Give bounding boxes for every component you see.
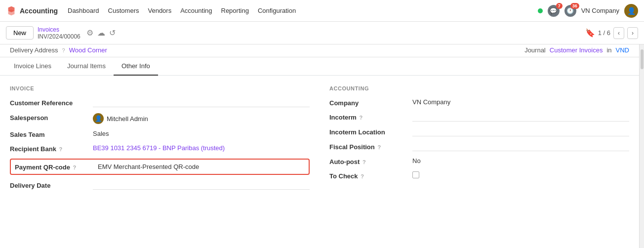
nav-configuration[interactable]: Configuration — [258, 7, 296, 14]
form-tabs: Invoice Lines Journal Items Other Info — [0, 57, 639, 76]
scrollbar-track — [639, 44, 644, 248]
journal-currency[interactable]: VND — [616, 46, 629, 54]
odoo-logo-icon — [6, 5, 17, 16]
tab-journal-items[interactable]: Journal Items — [59, 57, 114, 76]
delivery-address-value[interactable]: Wood Corner — [69, 46, 107, 54]
recipient-bank-value[interactable]: BE39 1031 2345 6719 - BNP Paribas (trust… — [93, 144, 310, 152]
delivery-date-field: Delivery Date — [10, 181, 310, 190]
recipient-bank-help-icon: ? — [59, 146, 63, 152]
main-container: Delivery Address ? Wood Corner Journal C… — [0, 44, 644, 248]
breadcrumb-parent[interactable]: Invoices — [38, 26, 80, 33]
company-label: Company — [329, 98, 408, 107]
settings-icon[interactable]: ⚙ — [86, 28, 93, 38]
bookmark-icon[interactable]: 🔖 — [585, 28, 595, 38]
toolbar-right: 🔖 1 / 6 ‹ › — [585, 27, 638, 39]
form-partial-header: Delivery Address ? Wood Corner Journal C… — [0, 44, 639, 57]
toolbar: New Invoices INV/2024/00006 ⚙ ☁ ↺ 🔖 1 / … — [0, 22, 644, 44]
company-value: VN Company — [412, 98, 629, 106]
tab-other-info[interactable]: Other Info — [114, 57, 158, 76]
app-name: Accounting — [20, 7, 58, 15]
top-navigation: Accounting Dashboard Customers Vendors A… — [0, 0, 644, 22]
activity-count: 36 — [570, 3, 579, 9]
salesperson-field: Salesperson 👤 Mitchell Admin — [10, 113, 310, 124]
nav-vendors[interactable]: Vendors — [148, 7, 171, 14]
form-body: INVOICE Customer Reference Salesperson 👤 — [0, 76, 639, 206]
invoice-section-title: INVOICE — [10, 85, 310, 91]
refresh-icon[interactable]: ↺ — [109, 28, 116, 38]
accounting-section: ACCOUNTING Company VN Company Incoterm ? — [329, 85, 629, 196]
fiscal-position-field: Fiscal Position ? — [329, 142, 629, 151]
pagination-label: 1 / 6 — [598, 29, 610, 37]
customer-reference-label: Customer Reference — [10, 98, 89, 107]
delivery-help-icon: ? — [62, 47, 65, 53]
company-field: Company VN Company — [329, 98, 629, 107]
fiscal-position-help-icon: ? — [377, 144, 381, 150]
incoterm-value[interactable] — [412, 113, 629, 122]
new-button[interactable]: New — [6, 26, 34, 40]
recipient-bank-field: Recipient Bank ? BE39 1031 2345 6719 - B… — [10, 144, 310, 153]
incoterm-location-label: Incoterm Location — [329, 127, 408, 136]
to-check-label: To Check ? — [329, 171, 408, 180]
journal-label: Journal — [524, 46, 546, 54]
payment-qr-code-label: Payment QR-code ? — [15, 163, 94, 171]
incoterm-field: Incoterm ? — [329, 113, 629, 122]
to-check-value[interactable] — [412, 171, 629, 180]
previous-record-button[interactable]: ‹ — [613, 27, 624, 39]
nav-links: Dashboard Customers Vendors Accounting R… — [68, 7, 296, 14]
nav-right-area: 💬 7 🕐 36 VN Company 👤 — [538, 4, 638, 18]
delivery-address-row: Delivery Address ? Wood Corner — [10, 46, 107, 54]
user-avatar[interactable]: 👤 — [624, 4, 638, 18]
next-record-button[interactable]: › — [627, 27, 638, 39]
to-check-help-icon: ? — [361, 173, 364, 179]
fiscal-position-label: Fiscal Position ? — [329, 142, 408, 151]
incoterm-help-icon: ? — [360, 115, 363, 121]
delivery-address-label: Delivery Address — [10, 46, 58, 54]
nav-reporting[interactable]: Reporting — [221, 7, 249, 14]
main-content: Delivery Address ? Wood Corner Journal C… — [0, 44, 639, 248]
auto-post-label: Auto-post ? — [329, 157, 408, 165]
fiscal-position-value[interactable] — [412, 142, 629, 151]
sales-team-label: Sales Team — [10, 130, 89, 138]
incoterm-location-field: Incoterm Location — [329, 127, 629, 136]
accounting-section-title: ACCOUNTING — [329, 85, 629, 91]
auto-post-value[interactable]: No — [412, 157, 629, 165]
incoterm-label: Incoterm ? — [329, 113, 408, 121]
app-logo[interactable]: Accounting — [6, 5, 58, 16]
salesperson-name: Mitchell Admin — [107, 115, 148, 123]
nav-customers[interactable]: Customers — [108, 7, 139, 14]
delivery-date-value[interactable] — [93, 181, 310, 190]
breadcrumb-current: INV/2024/00006 — [38, 33, 80, 40]
to-check-checkbox[interactable] — [412, 171, 419, 178]
nav-accounting[interactable]: Accounting — [180, 7, 212, 14]
messages-badge[interactable]: 💬 7 — [548, 5, 560, 17]
salesperson-value: 👤 Mitchell Admin — [93, 113, 310, 124]
journal-row: Journal Customer Invoices in VND — [524, 46, 629, 54]
sales-team-field: Sales Team Sales — [10, 130, 310, 138]
salesperson-label: Salesperson — [10, 113, 89, 122]
recipient-bank-label: Recipient Bank ? — [10, 144, 89, 153]
journal-in: in — [606, 46, 611, 54]
payment-qr-help-icon: ? — [73, 165, 77, 170]
messages-count: 7 — [556, 3, 563, 9]
payment-qr-code-value[interactable]: EMV Merchant-Presented QR-code — [98, 163, 305, 170]
payment-qr-code-field: Payment QR-code ? EMV Merchant-Presented… — [10, 159, 310, 175]
scrollbar-thumb[interactable] — [641, 49, 644, 69]
journal-area: Journal Customer Invoices in VND — [524, 46, 629, 54]
auto-post-field: Auto-post ? No — [329, 157, 629, 165]
customer-reference-field: Customer Reference — [10, 98, 310, 107]
tab-invoice-lines[interactable]: Invoice Lines — [6, 57, 59, 76]
incoterm-location-value[interactable] — [412, 127, 629, 136]
online-status-dot — [538, 8, 543, 13]
cloud-icon[interactable]: ☁ — [97, 28, 105, 38]
salesperson-avatar: 👤 — [93, 113, 104, 124]
nav-dashboard[interactable]: Dashboard — [68, 7, 99, 14]
sales-team-value[interactable]: Sales — [93, 130, 310, 137]
customer-reference-value[interactable] — [93, 98, 310, 107]
activity-badge[interactable]: 🕐 36 — [564, 5, 576, 17]
journal-value[interactable]: Customer Invoices — [550, 46, 603, 54]
breadcrumb: Invoices INV/2024/00006 — [38, 26, 80, 40]
company-name: VN Company — [581, 7, 619, 14]
toolbar-action-icons: ⚙ ☁ ↺ — [86, 28, 116, 38]
delivery-date-label: Delivery Date — [10, 181, 89, 189]
to-check-field: To Check ? — [329, 171, 629, 180]
